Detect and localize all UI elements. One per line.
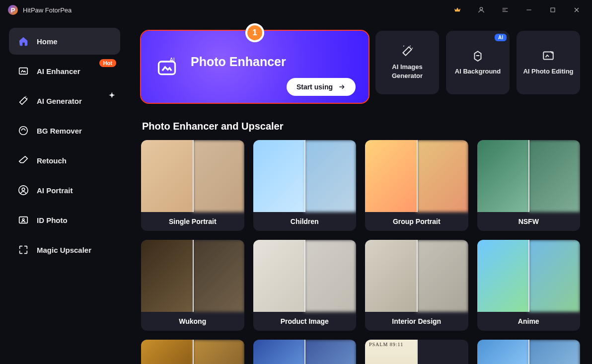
sidebar-item-label: AI Enhancer — [37, 67, 80, 75]
svg-point-5 — [19, 186, 28, 195]
background-icon — [471, 49, 484, 62]
svg-point-7 — [22, 218, 24, 220]
start-using-label: Start using — [296, 83, 333, 91]
hero-card-ai-photo-editing[interactable]: AI Photo Editing — [517, 31, 580, 94]
thumbnail — [365, 240, 468, 312]
menu-icon[interactable] — [494, 0, 517, 20]
hero-card-label: AI Background — [451, 67, 505, 76]
card-children[interactable]: Children — [253, 140, 357, 231]
crown-icon[interactable] — [446, 0, 469, 20]
hero-card-label: AI Images Generator — [375, 63, 439, 80]
sidebar-item-ai-portrait[interactable]: AI Portrait — [9, 177, 120, 204]
home-icon — [18, 36, 29, 47]
card-label: Children — [253, 212, 357, 231]
sidebar-item-ai-generator[interactable]: AI Generator ✦ — [9, 87, 120, 114]
image-ai-icon: AI — [156, 56, 178, 78]
sparkle-icon: ✦ — [109, 91, 115, 100]
sidebar-item-magic-upscaler[interactable]: Magic Upscaler — [9, 236, 120, 263]
bg-remover-icon — [18, 125, 29, 136]
sidebar: Home AI Enhancer Hot AI Generator ✦ BG R… — [0, 20, 129, 364]
magic-wand-icon — [401, 45, 414, 58]
app-title: HitPaw FotorPea — [23, 6, 72, 14]
step-badge: 1 — [245, 23, 264, 42]
svg-rect-1 — [551, 8, 555, 12]
titlebar: P HitPaw FotorPea — [0, 0, 592, 20]
svg-point-3 — [19, 127, 28, 135]
card-anime[interactable]: Anime — [477, 240, 581, 331]
start-using-button[interactable]: Start using — [287, 78, 356, 96]
thumbnail — [253, 340, 357, 364]
paper-text: PSALM 89:11 — [369, 342, 403, 347]
upscaler-icon — [18, 244, 29, 255]
card-group-portrait[interactable]: Group Portrait — [365, 140, 468, 231]
titlebar-left: P HitPaw FotorPea — [8, 5, 72, 15]
id-photo-icon — [18, 215, 29, 225]
close-button[interactable] — [565, 0, 588, 20]
hot-badge: Hot — [99, 59, 116, 67]
sidebar-item-retouch[interactable]: Retouch — [9, 147, 120, 174]
maximize-button[interactable] — [541, 0, 564, 20]
hero-title: Photo Enhancer — [191, 55, 286, 69]
card-nsfw[interactable]: NSFW — [477, 140, 581, 231]
portrait-icon — [18, 185, 29, 196]
card-label: Product Image — [253, 312, 357, 331]
content-area: 1 AI Photo Enhancer Start using AI Image… — [129, 20, 592, 364]
thumbnail — [477, 140, 581, 212]
enhancer-icon — [18, 66, 29, 76]
card-label: Anime — [477, 312, 581, 331]
thumbnail: PSALM 89:11 — [365, 340, 468, 364]
app-logo-icon: P — [8, 5, 18, 15]
card-label: Single Portrait — [141, 212, 244, 231]
sidebar-item-id-photo[interactable]: ID Photo — [9, 207, 120, 233]
thumbnail — [141, 240, 244, 312]
section-title: Photo Enhancer and Upscaler — [142, 121, 580, 132]
svg-point-0 — [480, 7, 482, 10]
thumbnail — [141, 340, 244, 364]
svg-point-4 — [22, 188, 25, 191]
titlebar-right — [446, 0, 588, 20]
thumbnail — [141, 140, 244, 212]
card-grid: Single Portrait Children Group Portrait … — [141, 140, 580, 364]
card-peek-1[interactable] — [141, 340, 244, 364]
account-icon[interactable] — [470, 0, 493, 20]
sidebar-item-label: ID Photo — [37, 216, 68, 224]
thumbnail — [253, 140, 357, 212]
sidebar-item-label: AI Generator — [37, 97, 82, 105]
thumbnail — [477, 340, 581, 364]
sidebar-item-home[interactable]: Home — [9, 28, 120, 55]
card-peek-3[interactable]: PSALM 89:11 — [365, 340, 468, 364]
arrow-right-icon — [338, 83, 346, 91]
hero-row: 1 AI Photo Enhancer Start using AI Image… — [141, 31, 580, 103]
minimize-button[interactable] — [518, 0, 540, 20]
photo-edit-icon — [542, 49, 555, 62]
sidebar-item-label: Magic Upscaler — [37, 246, 91, 254]
sidebar-item-label: BG Remover — [37, 127, 82, 135]
hero-text-area: Photo Enhancer Start using — [191, 55, 354, 79]
card-product-image[interactable]: Product Image — [253, 240, 357, 331]
card-label: Interior Design — [365, 312, 468, 331]
card-label: NSFW — [477, 212, 581, 231]
card-label: Group Portrait — [365, 212, 468, 231]
card-wukong[interactable]: Wukong — [141, 240, 244, 331]
thumbnail — [253, 240, 357, 312]
sidebar-item-label: AI Portrait — [37, 186, 73, 195]
sidebar-item-ai-enhancer[interactable]: AI Enhancer Hot — [9, 58, 120, 84]
hero-card-ai-images-generator[interactable]: AI Images Generator — [375, 31, 439, 94]
card-label: Wukong — [141, 312, 244, 331]
card-single-portrait[interactable]: Single Portrait — [141, 140, 244, 231]
thumbnail — [365, 140, 468, 212]
sidebar-item-label: Retouch — [37, 156, 67, 165]
hero-photo-enhancer[interactable]: 1 AI Photo Enhancer Start using — [141, 31, 369, 103]
card-peek-2[interactable] — [253, 340, 357, 364]
sidebar-item-bg-remover[interactable]: BG Remover — [9, 117, 120, 144]
eraser-icon — [18, 155, 29, 166]
hero-card-ai-background[interactable]: AI AI Background — [446, 31, 510, 94]
card-interior-design[interactable]: Interior Design — [365, 240, 468, 331]
ai-tag: AI — [495, 34, 507, 41]
svg-rect-6 — [19, 217, 28, 223]
svg-text:AI: AI — [170, 57, 175, 63]
sidebar-item-label: Home — [37, 37, 58, 46]
thumbnail — [477, 240, 581, 312]
card-peek-4[interactable] — [477, 340, 581, 364]
hero-card-label: AI Photo Editing — [519, 67, 577, 76]
